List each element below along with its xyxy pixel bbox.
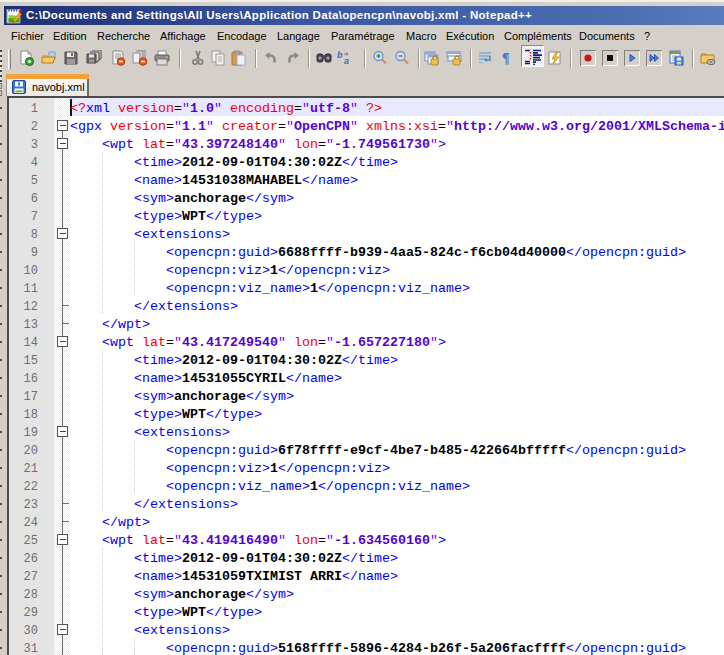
svg-text:b: b xyxy=(337,50,343,60)
svg-text:¶: ¶ xyxy=(502,51,510,66)
svg-text:a: a xyxy=(344,56,349,66)
